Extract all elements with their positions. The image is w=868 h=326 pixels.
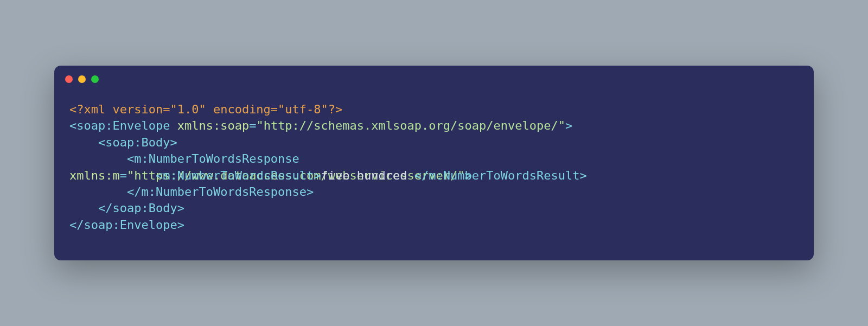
- xmlns-soap-attr: xmlns:soap: [177, 119, 249, 132]
- result-open-tag: <m:NumberToWordsResult>: [156, 169, 321, 182]
- response-close-tag: </m:NumberToWordsResponse>: [127, 185, 314, 199]
- body-close-tag: </soap:Body>: [98, 201, 184, 215]
- body-open-tag: <soap:Body>: [98, 136, 177, 149]
- titlebar: [54, 66, 814, 88]
- code-window: <?xml version="1.0" encoding="utf-8"?> <…: [54, 66, 814, 260]
- soap-namespace-url: "http://schemas.xmlsoap.org/soap/envelop…: [256, 119, 565, 132]
- close-icon[interactable]: [65, 75, 73, 83]
- maximize-icon[interactable]: [91, 75, 99, 83]
- result-close-tag: </m:NumberToWordsResult>: [414, 169, 587, 182]
- result-text: five hundred: [321, 169, 414, 182]
- minimize-icon[interactable]: [78, 75, 86, 83]
- envelope-open-tag: <soap:Envelope: [69, 119, 170, 132]
- xml-declaration: <?xml version="1.0" encoding="utf-8"?>: [69, 103, 342, 116]
- envelope-close-tag: </soap:Envelope>: [69, 218, 184, 232]
- response-open-tag: <m:NumberToWordsResponse: [127, 152, 299, 165]
- code-block: <?xml version="1.0" encoding="utf-8"?> <…: [54, 88, 814, 260]
